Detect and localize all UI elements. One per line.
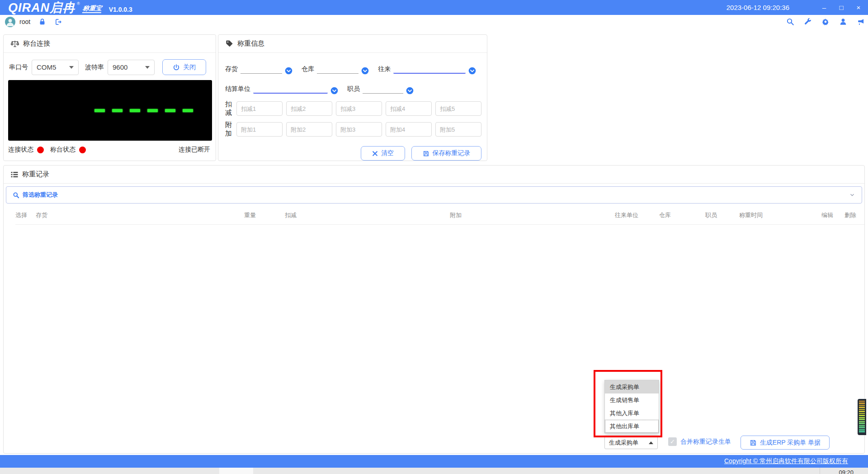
minimize-button[interactable]: –: [816, 0, 833, 15]
inventory-input[interactable]: [241, 64, 282, 74]
save-icon: [750, 439, 757, 446]
append-input-1[interactable]: [236, 122, 283, 137]
col-weigh-time: 称重时间: [739, 211, 821, 219]
username-label: root: [19, 18, 30, 25]
datetime-label: 2023-06-12 09:20:36: [726, 4, 789, 11]
inventory-label: 存货: [225, 64, 238, 74]
append-input-3[interactable]: [336, 122, 382, 137]
scale-status-label: 称台状态: [50, 146, 75, 154]
led-dash: [94, 109, 105, 112]
maximize-button[interactable]: □: [833, 0, 850, 15]
menu-item-sales-order[interactable]: 生成销售单: [605, 393, 659, 407]
append-input-2[interactable]: [286, 122, 332, 137]
baud-rate-label: 波特率: [85, 63, 104, 71]
generate-erp-order-button[interactable]: 生成ERP 采购单 单据: [741, 436, 830, 450]
settle-unit-input[interactable]: [253, 84, 328, 94]
generate-order-dropdown-menu: 生成采购单 生成销售单 其他入库单 其他出库单: [604, 380, 659, 433]
col-deduct: 扣减: [285, 211, 450, 219]
title-bar: QIRAN启冉 ® 称重宝 V1.0.0.3 2023-06-12 09:20:…: [0, 0, 868, 15]
search-icon: [13, 192, 19, 199]
megaphone-icon[interactable]: [857, 18, 865, 26]
staff-label: 职员: [347, 84, 360, 94]
merge-checkbox-label: 合并称重记录生单: [680, 438, 731, 446]
col-partner-unit: 往来单位: [615, 211, 659, 219]
taskbar-clock: 09:20: [839, 469, 854, 474]
serial-port-select[interactable]: COM5: [32, 60, 79, 75]
deduct-input-3[interactable]: [336, 101, 382, 116]
level-meter-overlay: [858, 399, 866, 435]
deduct-input-4[interactable]: [386, 101, 432, 116]
deduct-input-5[interactable]: [435, 101, 481, 116]
col-warehouse: 仓库: [659, 211, 705, 219]
connection-status-label: 连接状态: [8, 146, 33, 154]
connection-status-indicator: [37, 147, 44, 153]
logo-registered-mark: ®: [77, 1, 80, 6]
taskbar-divider: [820, 468, 820, 474]
col-select: 选择: [15, 211, 36, 219]
merge-records-option[interactable]: ✓ 合并称重记录生单: [668, 437, 731, 446]
tag-icon: [225, 39, 234, 48]
append-input-4[interactable]: [386, 122, 432, 137]
col-append: 附加: [450, 211, 615, 219]
generate-order-type-select[interactable]: 生成采购单: [604, 436, 658, 449]
warehouse-label: 仓库: [302, 64, 314, 74]
chevron-circle-icon[interactable]: [468, 67, 476, 75]
scale-connection-panel: 称台连接 串口号 COM5 波特率 9600 关闭 连接状态 称台状态 连接已断…: [3, 34, 216, 161]
user-toolbar: root: [0, 15, 868, 28]
gear-icon[interactable]: [821, 18, 830, 26]
deduct-input-1[interactable]: [236, 101, 283, 116]
serial-port-label: 串口号: [9, 63, 28, 71]
logo-badge: 称重宝: [82, 5, 102, 13]
connection-state-text: 连接已断开: [179, 146, 210, 154]
menu-item-purchase-order[interactable]: 生成采购单: [605, 380, 659, 393]
close-button[interactable]: ×: [850, 0, 867, 15]
chevron-down-icon: [69, 66, 74, 69]
power-icon: [173, 64, 180, 71]
logout-icon[interactable]: [54, 18, 63, 26]
led-dash: [147, 109, 158, 112]
col-inventory: 存货: [36, 211, 244, 219]
taskbar-strip: 09:20: [0, 468, 868, 474]
close-connection-button[interactable]: 关闭: [162, 59, 206, 75]
menu-item-other-outbound[interactable]: 其他出库单: [605, 420, 659, 433]
deduct-label: 扣减: [225, 100, 233, 117]
avatar[interactable]: [5, 17, 15, 27]
search-icon[interactable]: [786, 18, 794, 26]
copyright-bar: Copyright © 常州启冉软件有限公司版权所有: [0, 455, 868, 468]
save-icon: [423, 150, 429, 157]
deduct-input-2[interactable]: [286, 101, 332, 116]
chevron-circle-icon[interactable]: [285, 67, 292, 75]
led-dash: [183, 109, 193, 112]
append-label: 附加: [225, 121, 233, 138]
led-dash: [165, 109, 175, 112]
weigh-records-panel: 称重记录 筛选称重记录 选择 存货 重量 扣减 附加 往来单位 仓库 职员 称重…: [3, 165, 865, 454]
x-icon: [372, 151, 378, 156]
partner-label: 往来: [378, 64, 391, 74]
records-table-header: 选择 存货 重量 扣减 附加 往来单位 仓库 职员 称重时间 编辑 删除: [15, 206, 864, 225]
save-weigh-record-button[interactable]: 保存称重记录: [411, 146, 481, 161]
staff-input[interactable]: [363, 84, 403, 94]
wrench-icon[interactable]: [804, 18, 812, 26]
menu-item-other-inbound[interactable]: 其他入库单: [605, 407, 659, 420]
baud-rate-select[interactable]: 9600: [108, 60, 155, 75]
user-icon[interactable]: [839, 18, 847, 26]
clear-button[interactable]: 清空: [361, 146, 405, 161]
chevron-circle-icon[interactable]: [330, 87, 338, 95]
col-delete: 删除: [844, 211, 863, 219]
partner-input[interactable]: [393, 64, 466, 74]
filter-records-bar[interactable]: 筛选称重记录: [6, 186, 862, 204]
copyright-link[interactable]: Copyright © 常州启冉软件有限公司版权所有: [724, 457, 848, 465]
lock-icon[interactable]: [38, 18, 46, 26]
append-input-5[interactable]: [435, 122, 481, 137]
warehouse-input[interactable]: [317, 64, 359, 74]
chevron-circle-icon[interactable]: [361, 67, 369, 75]
chevron-circle-icon[interactable]: [406, 87, 414, 95]
balance-scale-icon: [10, 39, 19, 48]
taskbar-segment: [219, 468, 253, 474]
merge-checkbox[interactable]: ✓: [668, 437, 677, 446]
filter-label: 筛选称重记录: [23, 191, 58, 199]
settle-unit-label: 结算单位: [225, 84, 250, 94]
scale-status-indicator: [79, 147, 86, 153]
chevron-down-icon[interactable]: [849, 192, 855, 198]
weight-led-display: [8, 80, 212, 141]
